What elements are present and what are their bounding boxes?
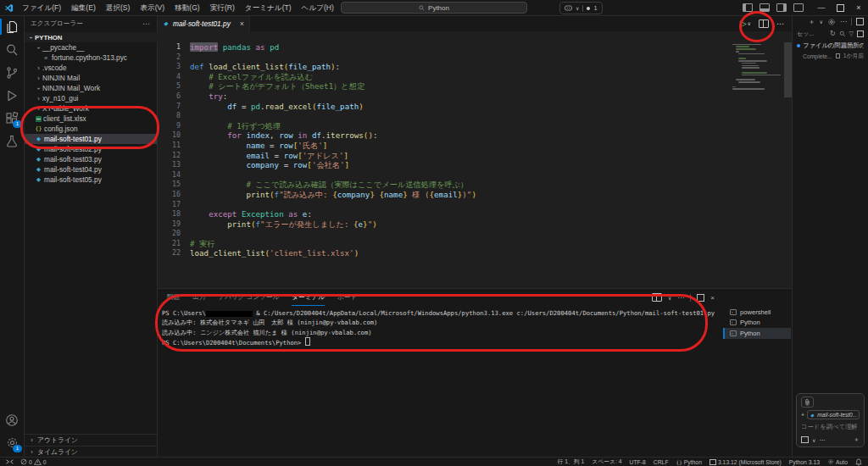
activity-source-control[interactable] <box>0 61 24 84</box>
panel-tab-ポート[interactable]: ポート <box>337 289 357 306</box>
menu-item-7[interactable]: ヘルプ(H) <box>297 0 339 15</box>
activity-testing[interactable] <box>0 130 24 153</box>
maximize-panel-icon[interactable] <box>697 294 704 302</box>
terminal-list-item-2[interactable]: ›Python <box>723 328 791 339</box>
cursor-position[interactable]: 行 1、列 1 <box>558 458 585 466</box>
remote-indicator-icon[interactable] <box>6 458 14 465</box>
panel-tab-ターミナル[interactable]: ターミナル <box>292 289 325 306</box>
tree-item-mail-soft-test01.py[interactable]: ◆mail-soft-test01.py <box>24 134 157 144</box>
menu-item-2[interactable]: 選択(S) <box>101 0 136 15</box>
run-python-button[interactable]: ▷∨ <box>740 19 751 28</box>
menu-item-0[interactable]: ファイル(F) <box>17 0 66 15</box>
language-mode[interactable]: {} Python <box>676 459 702 465</box>
outline-section[interactable]: › アウトライン <box>24 434 157 446</box>
tree-item-config.json[interactable]: {}config.json <box>24 124 157 134</box>
explorer-sidebar: エクスプローラー ⋯ ›PYTHON›__pycache__≡fortune.c… <box>24 15 158 458</box>
terminal-output[interactable]: PS C:\Users\ & C:/Users/D200404t/AppData… <box>162 308 720 455</box>
command-search-input[interactable]: Python <box>341 2 527 14</box>
minimize-button[interactable]: — <box>812 0 831 15</box>
tree-item-NINJIN Mail[interactable]: ›NINJIN Mail <box>24 73 157 83</box>
encoding[interactable]: UTF-8 <box>630 459 646 465</box>
layout-icon[interactable] <box>857 31 864 37</box>
tab-mail-soft-test01[interactable]: ◆ mail-soft-test01.py × <box>157 15 250 31</box>
terminal-cursor <box>305 337 311 346</box>
activity-explorer[interactable] <box>0 15 24 38</box>
tree-item-__pycache__[interactable]: ›__pycache__ <box>24 42 157 53</box>
search-icon[interactable] <box>839 31 846 37</box>
menu-item-1[interactable]: 編集(E) <box>66 0 101 15</box>
split-terminal-icon[interactable] <box>652 293 662 302</box>
gear-icon[interactable] <box>827 18 836 26</box>
send-button[interactable]: ＋ <box>854 435 860 444</box>
python-version[interactable]: Python 3.13 <box>789 459 820 465</box>
refresh-icon[interactable]: ↻ <box>830 30 836 37</box>
chat-options-icon[interactable]: ⋯ <box>819 436 826 444</box>
attachment-chip[interactable]: ◆ mail-soft-test0... <box>807 410 860 419</box>
tree-item-mail-soft-test03.py[interactable]: ◆mail-soft-test03.py <box>24 154 157 164</box>
tree-item-mail-soft-test02.py[interactable]: ◆mail-soft-test02.py <box>24 144 157 154</box>
tree-item-label: mail-soft-test03.py <box>44 155 102 164</box>
menu-item-3[interactable]: 表示(V) <box>135 0 170 15</box>
tree-item-label: mail-soft-test04.py <box>44 165 102 174</box>
tree-item-XY-table_Work[interactable]: ›XY-table_Work <box>24 103 157 114</box>
restore-button[interactable] <box>831 0 849 15</box>
title-bar: ファイル(F)編集(E)選択(S)表示(V)移動(G)実行(R)ターミナル(T)… <box>0 0 868 16</box>
tree-item-label: mail-soft-test05.py <box>44 175 102 184</box>
activity-extensions[interactable]: 1 <box>0 107 24 130</box>
panel-tab-デバッグ コンソール[interactable]: デバッグ コンソール <box>218 289 279 306</box>
panel-tab-出力[interactable]: 出力 <box>192 289 205 306</box>
settings-button[interactable]: 1 <box>0 431 24 454</box>
tree-item-xy_n10_gui[interactable]: ›xy_n10_gui <box>24 93 157 103</box>
toggle-sidebar-icon[interactable] <box>743 3 753 12</box>
toggle-secondary-sidebar-icon[interactable] <box>776 3 787 12</box>
problems-status[interactable]: 0 0 <box>20 458 47 465</box>
tree-item-mail-soft-test05.py[interactable]: ◆mail-soft-test05.py <box>24 175 157 185</box>
panel-more-icon[interactable]: ⋯ <box>677 294 684 302</box>
tree-item-.vscode[interactable]: ›.vscode <box>24 63 157 73</box>
attach-context-button[interactable] <box>801 397 814 408</box>
tree-item-NINJIN Mail_Work[interactable]: ›NINJIN Mail_Work <box>24 83 157 93</box>
timeline-section[interactable]: › タイムライン <box>24 446 157 458</box>
menu-item-6[interactable]: ターミナル(T) <box>240 0 297 15</box>
minimap[interactable] <box>732 39 782 91</box>
tree-item-client_list.xlsx[interactable]: client_list.xlsx <box>24 114 157 124</box>
toggle-panel-icon[interactable] <box>760 3 770 12</box>
bell-icon[interactable] <box>855 458 862 466</box>
terminal-list-item-0[interactable]: ›powershell <box>723 307 791 318</box>
tree-item-fortune.cpython-313.pyc[interactable]: ≡fortune.cpython-313.pyc <box>24 53 157 63</box>
chevron-down-icon[interactable]: ∨ <box>668 295 671 301</box>
editor-more-icon[interactable]: ⋯ <box>776 19 784 28</box>
menu-item-5[interactable]: 実行(R) <box>205 0 240 15</box>
tree-item-PYTHON[interactable]: ›PYTHON <box>24 32 868 42</box>
menu-item-4[interactable]: 移動(G) <box>170 0 205 15</box>
chat-mode-icon[interactable] <box>801 436 809 443</box>
indentation[interactable]: スペース: 4 <box>592 458 621 466</box>
tree-item-mail-soft-test04.py[interactable]: ◆mail-soft-test04.py <box>24 164 157 175</box>
copilot-menu[interactable]: ∨ 1 <box>559 2 603 14</box>
close-button[interactable]: × <box>849 0 868 15</box>
line-number: 7 <box>157 102 190 112</box>
code-area[interactable]: 1import pandas as pd23def load_client_li… <box>157 42 730 288</box>
split-editor-icon[interactable] <box>759 19 769 28</box>
add-attachment-icon[interactable]: + <box>801 412 804 418</box>
chat-more-icon[interactable]: ⋯ <box>840 18 847 25</box>
new-chat-icon[interactable]: ＋ <box>809 17 815 26</box>
filter-icon[interactable]: ▽ <box>849 31 854 37</box>
chat-session-item[interactable]: ファイルの問題箇所の... Complete... 1か月前 <box>793 39 868 60</box>
customize-layout-icon[interactable] <box>793 3 804 12</box>
explorer-more-icon[interactable]: ⋯ <box>142 19 150 28</box>
chevron-down-icon[interactable]: ∨ <box>812 437 815 443</box>
close-panel-icon[interactable]: × <box>710 294 715 302</box>
panel-tab-問題[interactable]: 問題 <box>167 289 180 306</box>
python-interpreter[interactable]: 3.13.12 (Microsoft Store) <box>709 459 782 465</box>
account-button[interactable] <box>0 408 24 431</box>
maximize-chat-icon[interactable] <box>856 18 864 25</box>
terminal-list-item-1[interactable]: ›Python <box>723 318 791 329</box>
chevron-down-icon[interactable]: ∨ <box>820 19 823 25</box>
activity-search[interactable] <box>0 38 24 61</box>
tab-close-icon[interactable]: × <box>240 19 244 28</box>
activity-run-debug[interactable] <box>0 84 24 107</box>
eol[interactable]: CRLF <box>654 459 669 465</box>
chat-input-widget[interactable]: + ◆ mail-soft-test0... コードを調べて理解！ ∨ ⋯ ＋ <box>796 393 865 447</box>
auto-status[interactable]: Auto <box>827 458 848 465</box>
